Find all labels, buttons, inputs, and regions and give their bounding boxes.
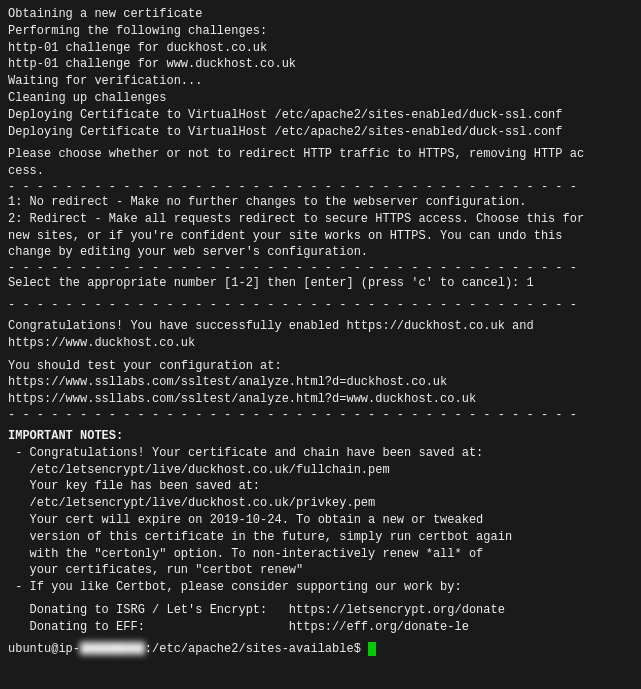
terminal-line: /etc/letsencrypt/live/duckhost.co.uk/pri… xyxy=(8,495,633,512)
cursor xyxy=(368,642,376,656)
terminal-line: version of this certificate in the futur… xyxy=(8,529,633,546)
terminal-line: with the "certonly" option. To non-inter… xyxy=(8,546,633,563)
terminal-line: http-01 challenge for www.duckhost.co.uk xyxy=(8,56,633,73)
prompt-path: :/etc/apache2/sites-available$ xyxy=(145,642,368,656)
terminal-line: Select the appropriate number [1-2] then… xyxy=(8,275,633,292)
terminal-line: Deploying Certificate to VirtualHost /et… xyxy=(8,124,633,141)
terminal-line: 2: Redirect - Make all requests redirect… xyxy=(8,211,633,228)
terminal-line: new sites, or if you're confident your s… xyxy=(8,228,633,245)
divider-line: - - - - - - - - - - - - - - - - - - - - … xyxy=(8,261,633,275)
terminal-line: Your key file has been saved at: xyxy=(8,478,633,495)
terminal-line: Performing the following challenges: xyxy=(8,23,633,40)
prompt-line: ubuntu@ip-█████████:/etc/apache2/sites-a… xyxy=(8,642,633,656)
terminal-line: http-01 challenge for duckhost.co.uk xyxy=(8,40,633,57)
terminal-line: https://www.duckhost.co.uk xyxy=(8,335,633,352)
terminal-line: Congratulations! You have successfully e… xyxy=(8,318,633,335)
terminal-line: 1: No redirect - Make no further changes… xyxy=(8,194,633,211)
divider-line: - - - - - - - - - - - - - - - - - - - - … xyxy=(8,408,633,422)
terminal-line: Obtaining a new certificate xyxy=(8,6,633,23)
terminal-line: https://www.ssllabs.com/ssltest/analyze.… xyxy=(8,391,633,408)
terminal-line: - Congratulations! Your certificate and … xyxy=(8,445,633,462)
terminal: Obtaining a new certificatePerforming th… xyxy=(0,0,641,689)
divider-line: - - - - - - - - - - - - - - - - - - - - … xyxy=(8,298,633,312)
terminal-line: your certificates, run "certbot renew" xyxy=(8,562,633,579)
prompt-user: ubuntu@ip- xyxy=(8,642,80,656)
terminal-line: Donating to ISRG / Let's Encrypt: https:… xyxy=(8,602,633,619)
divider-line: - - - - - - - - - - - - - - - - - - - - … xyxy=(8,180,633,194)
terminal-output: Obtaining a new certificatePerforming th… xyxy=(8,6,633,656)
terminal-line: /etc/letsencrypt/live/duckhost.co.uk/ful… xyxy=(8,462,633,479)
terminal-line: You should test your configuration at: xyxy=(8,358,633,375)
terminal-line: change by editing your web server's conf… xyxy=(8,244,633,261)
terminal-line: cess. xyxy=(8,163,633,180)
prompt-ip-blurred: █████████ xyxy=(80,642,145,656)
terminal-line: Please choose whether or not to redirect… xyxy=(8,146,633,163)
terminal-line: Your cert will expire on 2019-10-24. To … xyxy=(8,512,633,529)
terminal-line: - If you like Certbot, please consider s… xyxy=(8,579,633,596)
terminal-line: Waiting for verification... xyxy=(8,73,633,90)
terminal-line: https://www.ssllabs.com/ssltest/analyze.… xyxy=(8,374,633,391)
terminal-line: Deploying Certificate to VirtualHost /et… xyxy=(8,107,633,124)
terminal-line: Cleaning up challenges xyxy=(8,90,633,107)
terminal-line: Donating to EFF: https://eff.org/donate-… xyxy=(8,619,633,636)
terminal-line: IMPORTANT NOTES: xyxy=(8,428,633,445)
